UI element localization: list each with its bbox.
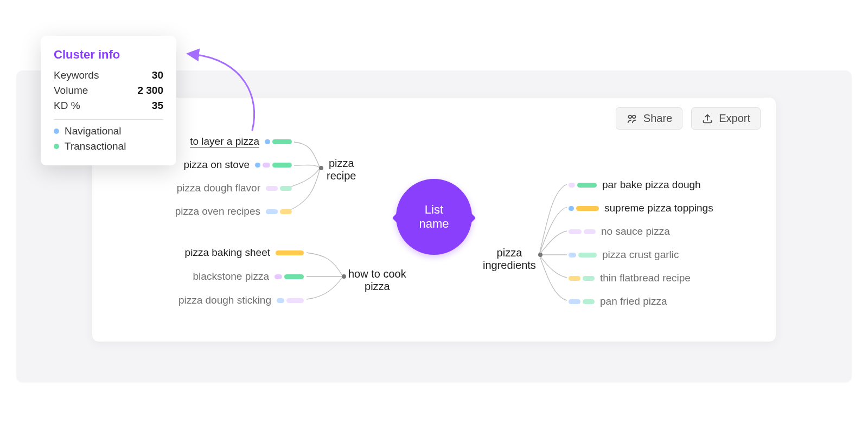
bar-segment [583, 299, 595, 304]
keyword-bars [569, 229, 596, 234]
keyword-item[interactable]: thin flatbread recipe [569, 272, 691, 284]
keyword-text: pizza baking sheet [185, 247, 270, 259]
bar-segment [569, 299, 580, 304]
cluster-node [342, 274, 346, 279]
export-label: Export [719, 112, 750, 125]
keyword-bars [275, 274, 304, 279]
share-icon [626, 113, 638, 125]
keyword-text: pizza oven recipes [175, 205, 260, 217]
bar-segment [578, 253, 597, 258]
keyword-item[interactable]: no sauce pizza [569, 226, 670, 237]
popover-row-label: Keywords [54, 69, 99, 81]
bar-segment [576, 206, 599, 211]
popover-title: Cluster info [54, 48, 163, 62]
cluster-label-pizza-recipe[interactable]: pizza recipe [327, 157, 356, 182]
bar-segment [569, 206, 574, 211]
keyword-text: pizza dough sticking [178, 294, 271, 306]
cluster-info-popover: Cluster info Keywords 30 Volume 2 300 KD… [41, 36, 176, 165]
keyword-item[interactable]: supreme pizza toppings [569, 202, 713, 214]
keyword-text: pizza crust garlic [602, 249, 679, 261]
bar-segment [272, 139, 292, 144]
popover-row-value: 2 300 [137, 85, 163, 97]
keyword-item[interactable]: par bake pizza dough [569, 179, 701, 191]
keyword-item[interactable]: to layer a pizza [190, 136, 292, 147]
keyword-text: pizza dough flavor [177, 182, 260, 194]
bar-segment [277, 298, 284, 303]
keyword-item[interactable]: pizza oven recipes [175, 205, 292, 217]
keyword-bars [569, 253, 597, 258]
legend-transactional: Transactional [54, 140, 163, 152]
keyword-item[interactable]: pizza baking sheet [185, 247, 304, 259]
keyword-text: pizza on stove [184, 159, 250, 171]
bar-segment [286, 298, 304, 303]
popover-row-value: 35 [152, 100, 163, 112]
popover-row-kd: KD % 35 [54, 100, 163, 112]
center-node-label: List name [419, 203, 449, 231]
keyword-text: blackstone pizza [193, 271, 269, 282]
bar-segment [577, 183, 597, 188]
bar-segment [569, 253, 576, 258]
legend-dot-icon [54, 128, 59, 134]
popover-divider [54, 119, 163, 120]
bar-segment [263, 163, 270, 168]
keyword-item[interactable]: pizza crust garlic [569, 249, 679, 261]
bar-segment [280, 209, 292, 214]
cluster-node [319, 166, 323, 170]
popover-row-label: KD % [54, 100, 80, 112]
keyword-bars [569, 276, 595, 281]
bar-segment [266, 186, 278, 191]
export-icon [701, 113, 713, 125]
bar-segment [284, 274, 304, 279]
popover-row-value: 30 [152, 69, 163, 81]
bar-segment [583, 276, 595, 281]
keyword-bars [569, 206, 599, 211]
keyword-bars [569, 183, 597, 188]
keyword-text: par bake pizza dough [602, 179, 701, 191]
bar-segment [265, 139, 270, 144]
keyword-text: pan fried pizza [600, 295, 667, 307]
keyword-text: supreme pizza toppings [604, 202, 713, 214]
bar-segment [584, 229, 596, 234]
cluster-label-how-to-cook[interactable]: how to cook pizza [348, 268, 406, 293]
bar-segment [569, 229, 582, 234]
popover-row-label: Volume [54, 85, 88, 97]
cluster-node [538, 253, 542, 257]
bar-segment [569, 183, 575, 188]
share-label: Share [643, 112, 672, 125]
bar-segment [276, 250, 304, 255]
keyword-text: to layer a pizza [190, 136, 259, 147]
legend-label: Navigational [65, 125, 122, 137]
bar-segment [266, 209, 278, 214]
export-button[interactable]: Export [691, 107, 761, 130]
keyword-item[interactable]: pizza on stove [184, 159, 292, 171]
keyword-text: no sauce pizza [601, 226, 670, 237]
share-button[interactable]: Share [616, 107, 682, 130]
svg-point-1 [633, 115, 636, 118]
keyword-bars [255, 163, 292, 168]
legend-label: Transactional [65, 140, 126, 152]
popover-row-keywords: Keywords 30 [54, 69, 163, 81]
legend-navigational: Navigational [54, 125, 163, 137]
bar-segment [280, 186, 292, 191]
annotation-arrow [179, 43, 266, 136]
keyword-bars [276, 250, 304, 255]
keyword-bars [266, 186, 292, 191]
bar-segment [255, 163, 260, 168]
keyword-bars [266, 209, 292, 214]
keyword-bars [569, 299, 595, 304]
keyword-item[interactable]: pizza dough flavor [177, 182, 292, 194]
cluster-label-ingredients[interactable]: pizza ingredients [483, 247, 536, 272]
svg-point-0 [628, 115, 631, 118]
keyword-bars [277, 298, 304, 303]
keyword-text: thin flatbread recipe [600, 272, 691, 284]
center-node[interactable]: List name [396, 179, 472, 255]
bar-segment [275, 274, 282, 279]
keyword-item[interactable]: pizza dough sticking [178, 294, 304, 306]
keyword-item[interactable]: blackstone pizza [193, 271, 304, 282]
legend-dot-icon [54, 144, 59, 149]
bar-segment [569, 276, 580, 281]
toolbar: Share Export [616, 107, 761, 130]
popover-row-volume: Volume 2 300 [54, 85, 163, 97]
keyword-item[interactable]: pan fried pizza [569, 295, 667, 307]
keyword-bars [265, 139, 292, 144]
